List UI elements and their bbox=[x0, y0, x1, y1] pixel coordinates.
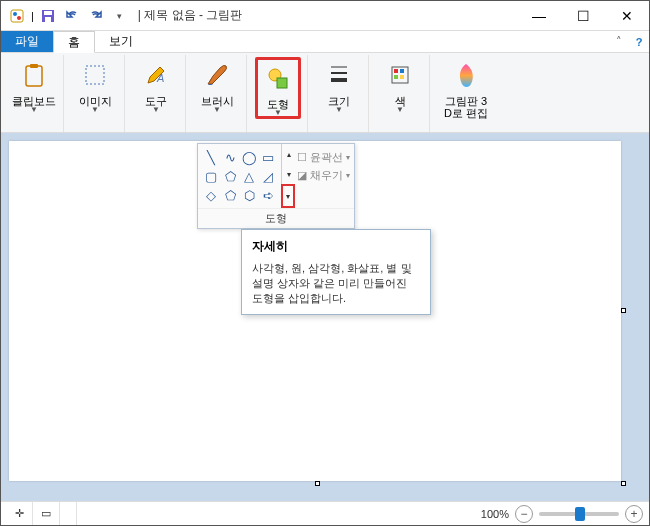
fill-label: 채우기 bbox=[310, 168, 343, 183]
colors-button[interactable]: 색 ▼ bbox=[377, 57, 423, 113]
svg-rect-18 bbox=[394, 75, 398, 79]
svg-rect-16 bbox=[394, 69, 398, 73]
shapes-popup: ╲ ∿ ◯ ▭ ▢ ⬠ △ ◿ ◇ ⬠ ⬡ ➪ ▴ ▾ ▾ bbox=[197, 143, 355, 229]
collapse-ribbon-icon[interactable]: ˄ bbox=[609, 31, 629, 52]
fill-icon: ◪ bbox=[297, 169, 307, 182]
tooltip-title: 자세히 bbox=[252, 238, 420, 255]
size-button[interactable]: 크기 ▼ bbox=[316, 57, 362, 113]
save-icon[interactable] bbox=[38, 6, 58, 26]
svg-rect-6 bbox=[26, 66, 42, 86]
shape-roundrect[interactable]: ▢ bbox=[202, 167, 220, 185]
outline-option[interactable]: ☐ 윤곽선▾ bbox=[297, 148, 352, 166]
ribbon-tabs: 파일 홈 보기 ˄ ? bbox=[1, 31, 649, 53]
clipboard-icon bbox=[16, 59, 52, 93]
tab-view[interactable]: 보기 bbox=[95, 31, 147, 52]
resize-handle-right[interactable] bbox=[621, 308, 626, 313]
svg-rect-19 bbox=[400, 75, 404, 79]
ribbon-group-tools: A 도구 ▼ bbox=[127, 55, 186, 132]
shape-gallery[interactable]: ╲ ∿ ◯ ▭ ▢ ⬠ △ ◿ ◇ ⬠ ⬡ ➪ bbox=[198, 144, 281, 208]
shape-scroll-up[interactable]: ▴ bbox=[281, 144, 295, 164]
ribbon-group-brush: 브러시 ▼ bbox=[188, 55, 247, 132]
svg-text:A: A bbox=[156, 72, 164, 84]
shape-hexagon[interactable]: ⬡ bbox=[240, 186, 258, 204]
shapes-button[interactable]: 도형 ▼ bbox=[255, 57, 301, 119]
shape-expand[interactable]: ▾ bbox=[281, 184, 295, 208]
svg-point-2 bbox=[17, 16, 21, 20]
shape-right-triangle[interactable]: ◿ bbox=[259, 167, 277, 185]
shape-pentagon[interactable]: ⬠ bbox=[221, 186, 239, 204]
redo-icon[interactable] bbox=[86, 6, 106, 26]
ribbon: 클립보드 ▼ 이미지 ▼ A 도구 ▼ bbox=[1, 53, 649, 133]
zoom-percent: 100% bbox=[481, 508, 509, 520]
tools-button[interactable]: A 도구 ▼ bbox=[133, 57, 179, 113]
brush-button[interactable]: 브러시 ▼ bbox=[194, 57, 240, 113]
svg-rect-0 bbox=[11, 10, 23, 22]
shape-scrollers: ▴ ▾ ▾ bbox=[281, 144, 295, 208]
svg-rect-4 bbox=[44, 11, 52, 15]
resize-handle-corner[interactable] bbox=[621, 481, 626, 486]
shape-triangle[interactable]: △ bbox=[240, 167, 258, 185]
ribbon-group-image: 이미지 ▼ bbox=[66, 55, 125, 132]
tooltip-card: 자세히 사각형, 원, 삼각형, 화살표, 별 및 설명 상자와 같은 미리 만… bbox=[241, 229, 431, 315]
status-bar: ✛ ▭ 100% − + bbox=[1, 501, 649, 525]
shape-oval[interactable]: ◯ bbox=[240, 148, 258, 166]
zoom-in-button[interactable]: + bbox=[625, 505, 643, 523]
close-button[interactable]: ✕ bbox=[605, 2, 649, 30]
shape-line[interactable]: ╲ bbox=[202, 148, 220, 166]
clipboard-button[interactable]: 클립보드 ▼ bbox=[11, 57, 57, 113]
status-coordinates: ✛ bbox=[7, 502, 33, 525]
qat-customize-icon[interactable]: ▾ bbox=[110, 6, 130, 26]
undo-icon[interactable] bbox=[62, 6, 82, 26]
selection-size-icon: ▭ bbox=[41, 507, 51, 520]
image-button[interactable]: 이미지 ▼ bbox=[72, 57, 118, 113]
shape-arrow[interactable]: ➪ bbox=[259, 186, 277, 204]
titlebar: | ▾ | 제목 없음 - 그림판 — ☐ ✕ bbox=[1, 1, 649, 31]
dropdown-icon: ▼ bbox=[396, 107, 404, 113]
dropdown-icon: ▼ bbox=[274, 110, 282, 116]
quick-access-toolbar: | ▾ bbox=[1, 6, 130, 26]
maximize-button[interactable]: ☐ bbox=[561, 2, 605, 30]
tab-home[interactable]: 홈 bbox=[53, 31, 95, 53]
dropdown-icon: ▼ bbox=[213, 107, 221, 113]
outline-icon: ☐ bbox=[297, 151, 307, 164]
paint3d-label: 그림판 3D로 편집 bbox=[444, 95, 488, 119]
status-canvas-size bbox=[60, 502, 77, 525]
shapes-popup-footer: 도형 bbox=[198, 208, 354, 228]
shape-polygon[interactable]: ⬠ bbox=[221, 167, 239, 185]
work-area: ╲ ∿ ◯ ▭ ▢ ⬠ △ ◿ ◇ ⬠ ⬡ ➪ ▴ ▾ ▾ bbox=[1, 133, 649, 501]
dropdown-icon: ▼ bbox=[152, 107, 160, 113]
ribbon-group-clipboard: 클립보드 ▼ bbox=[5, 55, 64, 132]
zoom-slider-thumb[interactable] bbox=[575, 507, 585, 521]
shape-curve[interactable]: ∿ bbox=[221, 148, 239, 166]
dropdown-icon: ▼ bbox=[30, 107, 38, 113]
app-window: | ▾ | 제목 없음 - 그림판 — ☐ ✕ 파일 홈 보기 ˄ ? bbox=[0, 0, 650, 526]
dropdown-icon: ▼ bbox=[91, 107, 99, 113]
title-separator: | bbox=[138, 8, 141, 22]
shape-scroll-down[interactable]: ▾ bbox=[281, 164, 295, 184]
shape-rect[interactable]: ▭ bbox=[259, 148, 277, 166]
separator: | bbox=[31, 10, 34, 22]
tooltip-body: 사각형, 원, 삼각형, 화살표, 별 및 설명 상자와 같은 미리 만들어진 … bbox=[252, 261, 420, 306]
minimize-button[interactable]: — bbox=[517, 2, 561, 30]
tab-file[interactable]: 파일 bbox=[1, 31, 53, 52]
fill-option[interactable]: ◪ 채우기▾ bbox=[297, 166, 352, 184]
zoom-slider[interactable] bbox=[539, 512, 619, 516]
shape-diamond[interactable]: ◇ bbox=[202, 186, 220, 204]
ribbon-group-size: 크기 ▼ bbox=[310, 55, 369, 132]
dropdown-icon: ▼ bbox=[335, 107, 343, 113]
svg-rect-11 bbox=[277, 78, 287, 88]
svg-rect-7 bbox=[30, 64, 38, 68]
resize-handle-bottom[interactable] bbox=[315, 481, 320, 486]
help-icon[interactable]: ? bbox=[629, 31, 649, 52]
shapes-popup-body: ╲ ∿ ◯ ▭ ▢ ⬠ △ ◿ ◇ ⬠ ⬡ ➪ ▴ ▾ ▾ bbox=[198, 144, 354, 208]
cursor-position-icon: ✛ bbox=[15, 507, 24, 520]
window-controls: — ☐ ✕ bbox=[517, 2, 649, 30]
status-selection: ▭ bbox=[33, 502, 60, 525]
svg-rect-5 bbox=[45, 17, 51, 22]
brush-icon bbox=[199, 59, 235, 93]
zoom-out-button[interactable]: − bbox=[515, 505, 533, 523]
paint3d-button[interactable]: 그림판 3D로 편집 bbox=[438, 57, 494, 119]
app-icon[interactable] bbox=[7, 6, 27, 26]
svg-point-1 bbox=[13, 12, 17, 16]
shapes-icon bbox=[260, 62, 296, 96]
